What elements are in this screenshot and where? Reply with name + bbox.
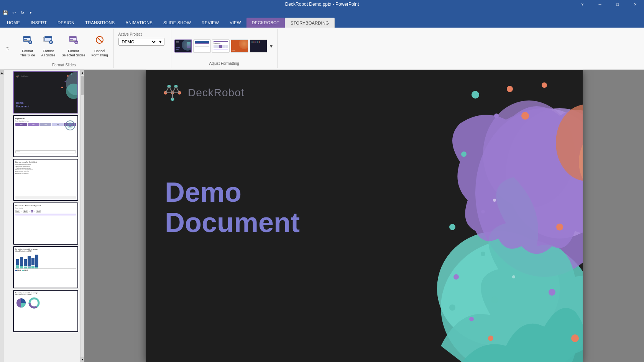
maximize-button[interactable]: □ xyxy=(609,0,626,8)
format-slides-label: Format Slides xyxy=(52,63,76,68)
format-thumb-2[interactable] xyxy=(193,39,211,53)
format-thumb-4[interactable]: Nature xyxy=(231,39,248,53)
cancel-formatting-button[interactable]: CancelFormatting xyxy=(89,33,110,59)
svg-line-28 xyxy=(18,76,18,77)
svg-point-40 xyxy=(69,124,72,127)
svg-line-19 xyxy=(97,38,102,42)
svg-point-68 xyxy=(491,296,498,303)
format-thumb-1[interactable]: DemoDoc xyxy=(174,39,192,53)
svg-point-72 xyxy=(521,112,529,120)
tab-transitions[interactable]: TRANSITIONS xyxy=(80,18,120,28)
format-slides-group: F FormatThis Slide F xyxy=(15,29,114,68)
format-selected-label: FormatSelected Slides xyxy=(62,49,85,58)
svg-point-65 xyxy=(461,151,467,157)
title-bar: DeckRobot Demo.pptx - PowerPoint ? ─ □ ✕ xyxy=(0,0,644,8)
close-button[interactable]: ✕ xyxy=(626,0,644,8)
slide-panel: 1 xyxy=(4,70,80,362)
window-title: DeckRobot Demo.pptx - PowerPoint xyxy=(285,2,359,7)
active-project-label: Active Project xyxy=(118,32,166,36)
slide-thumb-3[interactable]: 3 Key use cases for DeckRobot • Use case… xyxy=(13,159,78,201)
project-dropdown[interactable]: DEMO ▼ xyxy=(118,38,164,46)
adjust-formatting-label: Adjust Formatting xyxy=(174,61,274,66)
svg-line-26 xyxy=(16,76,17,77)
svg-point-37 xyxy=(61,87,63,88)
redo-button[interactable]: ↻ xyxy=(18,9,26,16)
svg-point-78 xyxy=(488,336,493,341)
svg-point-82 xyxy=(549,289,555,296)
svg-point-64 xyxy=(472,91,479,99)
project-select[interactable]: DEMO xyxy=(120,39,157,44)
format-all-slides-icon: F xyxy=(43,35,54,48)
tab-animations[interactable]: ANIMATIONS xyxy=(120,18,158,28)
format-this-slide-button[interactable]: F FormatThis Slide xyxy=(18,33,38,59)
help-button[interactable]: ? xyxy=(573,0,591,8)
slide-thumb-1[interactable]: 1 xyxy=(13,71,78,114)
ribbon-tab-bar: HOME INSERT DESIGN TRANSITIONS ANIMATION… xyxy=(0,17,644,28)
format-this-slide-label: FormatThis Slide xyxy=(20,49,35,58)
tab-slideshow[interactable]: SLIDE SHOW xyxy=(158,18,196,28)
svg-rect-9 xyxy=(45,36,52,38)
tab-storyboarding[interactable]: STORYBOARDING xyxy=(285,18,335,28)
canvas-area: DeckRobot Demo Document xyxy=(84,70,644,362)
slide-thumb-4[interactable]: 4 Where is the Artificial Intelligence? … xyxy=(13,202,78,245)
format-this-slide-icon: F xyxy=(22,35,33,48)
tab-design[interactable]: DESIGN xyxy=(52,18,80,28)
undo-button[interactable]: ↩ xyxy=(10,9,18,16)
panel-scroll-up-arrow[interactable]: ▲ xyxy=(80,70,84,75)
slide-logo: DeckRobot xyxy=(161,81,245,104)
cancel-formatting-icon xyxy=(94,35,105,48)
tab-home[interactable]: HOME xyxy=(2,18,25,28)
tab-view[interactable]: VIEW xyxy=(224,18,246,28)
tab-review[interactable]: REVIEW xyxy=(196,18,224,28)
abstract-decoration xyxy=(307,70,583,362)
svg-text:FS: FS xyxy=(75,41,78,44)
svg-rect-2 xyxy=(24,39,27,40)
svg-line-29 xyxy=(18,76,19,77)
quick-access-toolbar: 💾 ↩ ↻ ▼ xyxy=(0,8,644,17)
tab-insert[interactable]: INSERT xyxy=(25,18,52,28)
main-slide[interactable]: DeckRobot Demo Document xyxy=(146,70,583,362)
svg-point-70 xyxy=(449,304,455,311)
panel-scroll-down-arrow[interactable]: ▼ xyxy=(80,357,84,362)
svg-point-89 xyxy=(512,275,515,278)
svg-point-36 xyxy=(65,81,66,82)
format-all-slides-button[interactable]: F FormatAll Slides xyxy=(39,33,58,59)
svg-point-88 xyxy=(493,199,496,202)
format-selected-button[interactable]: FS FormatSelected Slides xyxy=(59,33,88,59)
panel-scroll-thumb[interactable] xyxy=(81,76,84,95)
svg-rect-1 xyxy=(23,36,30,38)
dropdown-arrow-icon: ▼ xyxy=(158,39,163,44)
panel-scrollbar[interactable]: ▲ ▼ xyxy=(80,70,84,362)
svg-line-52 xyxy=(172,87,176,93)
svg-text:F: F xyxy=(50,41,52,44)
format-all-slides-label: FormatAll Slides xyxy=(41,49,56,58)
format-thumb-3[interactable]: Flow diagram xyxy=(212,39,230,53)
minimize-button[interactable]: ─ xyxy=(591,0,609,8)
svg-point-87 xyxy=(481,283,485,286)
slide-thumb-6[interactable]: 6 Formatting of one slide on averagetake… xyxy=(13,290,78,332)
svg-point-84 xyxy=(481,210,485,214)
off-button[interactable]: off xyxy=(2,36,13,61)
svg-point-86 xyxy=(469,317,474,321)
svg-rect-15 xyxy=(70,40,75,41)
panel-scroll-up[interactable]: ▲ xyxy=(0,70,4,75)
slide-logo-text: DeckRobot xyxy=(188,87,245,99)
svg-rect-13 xyxy=(69,36,76,38)
more-thumbnails-button[interactable]: ▾ xyxy=(268,43,274,49)
svg-point-67 xyxy=(481,252,485,256)
off-section: off xyxy=(0,29,15,68)
customize-qa-button[interactable]: ▼ xyxy=(27,9,34,16)
main-area: ▲ 1 xyxy=(0,70,644,362)
svg-point-69 xyxy=(519,320,524,326)
svg-line-51 xyxy=(169,87,172,93)
slide-thumb-5[interactable]: 5 Formatting of one slide on averagetake… xyxy=(13,246,78,288)
svg-point-71 xyxy=(507,86,513,92)
save-button[interactable]: 💾 xyxy=(2,9,9,16)
svg-point-34 xyxy=(67,75,69,77)
format-thumb-5[interactable] xyxy=(250,39,267,53)
svg-point-83 xyxy=(453,274,459,280)
svg-line-53 xyxy=(176,87,179,93)
tab-deckrobot[interactable]: DECKROBOT xyxy=(246,18,285,28)
slide-thumb-2[interactable]: 2 High-level Some description text here … xyxy=(13,115,78,157)
ribbon: off F FormatTh xyxy=(0,28,644,70)
